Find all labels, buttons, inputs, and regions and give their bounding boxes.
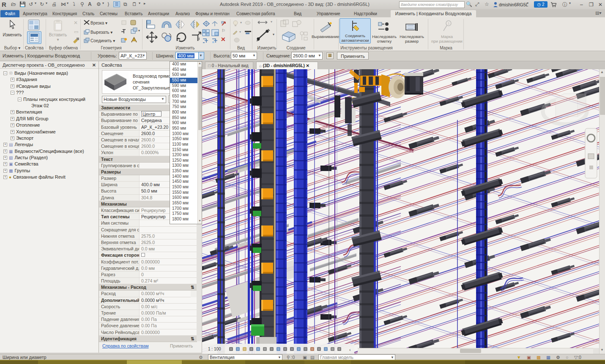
- svg-text:‹: ‹: [349, 347, 351, 352]
- svg-text:1: 1: [448, 22, 450, 25]
- svg-text:1 : 100: 1 : 100: [208, 347, 221, 351]
